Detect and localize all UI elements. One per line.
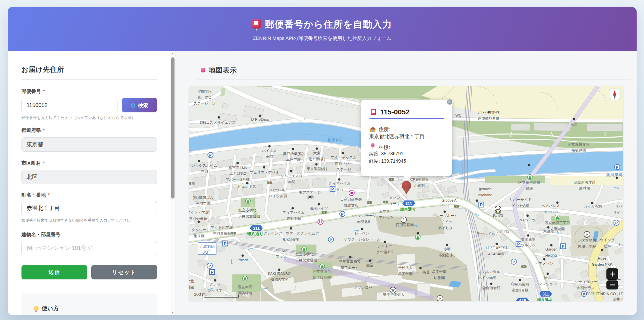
svg-text:(株)興国ゴム: (株)興国ゴム bbox=[193, 196, 213, 200]
svg-text:文: 文 bbox=[391, 288, 395, 292]
svg-text:P: P bbox=[517, 242, 520, 247]
svg-text:区立赤羽台: 区立赤羽台 bbox=[313, 269, 331, 273]
svg-text:LEXE AZEST: LEXE AZEST bbox=[486, 246, 508, 250]
svg-text:赤羽壱番館: 赤羽壱番館 bbox=[189, 216, 207, 220]
svg-text:リバーサイド: リバーサイド bbox=[509, 198, 532, 202]
svg-text:Garden NKK: Garden NKK bbox=[592, 262, 612, 266]
svg-text:CREVISTA: CREVISTA bbox=[410, 177, 428, 181]
svg-text:二丁目児童遊園: 二丁目児童遊園 bbox=[235, 214, 260, 218]
svg-text:番館: 番館 bbox=[189, 285, 194, 289]
svg-text:日産部品中央: 日産部品中央 bbox=[340, 197, 362, 201]
svg-text:レーベン: レーベン bbox=[355, 231, 369, 235]
svg-text:モアステージ: モアステージ bbox=[299, 190, 321, 194]
svg-text:コンチネンタル: コンチネンタル bbox=[474, 270, 500, 274]
svg-text:P: P bbox=[209, 153, 211, 157]
svg-text:311: 311 bbox=[405, 201, 412, 206]
svg-text:ディアハイム: ディアハイム bbox=[329, 181, 351, 185]
svg-text:genovia: genovia bbox=[479, 187, 492, 191]
svg-text:区立新河岸川: 区立新河岸川 bbox=[574, 180, 596, 184]
svg-text:(株)コスメサイエンス: (株)コスメサイエンス bbox=[200, 120, 236, 124]
svg-text:フェリア・アサミ: フェリア・アサミ bbox=[250, 170, 279, 174]
svg-text:北赤羽: 北赤羽 bbox=[413, 183, 425, 188]
svg-text:グラン: グラン bbox=[209, 282, 220, 286]
svg-text:清水ハイツ: 清水ハイツ bbox=[310, 206, 328, 210]
svg-text:Rose: Rose bbox=[598, 256, 606, 260]
svg-text:P: P bbox=[480, 203, 483, 207]
svg-text:ビエントス: ビエントス bbox=[238, 184, 256, 189]
svg-text:シャトー: シャトー bbox=[378, 244, 392, 248]
svg-text:真頂院墓地: 真頂院墓地 bbox=[396, 223, 414, 227]
svg-text:赤羽3: 赤羽3 bbox=[499, 229, 509, 233]
svg-text:アクトピア北: アクトピア北 bbox=[189, 210, 209, 214]
svg-text:赤羽: 赤羽 bbox=[288, 180, 295, 184]
svg-text:ハイツ赤羽: ハイツ赤羽 bbox=[478, 276, 497, 280]
svg-text:ローレル: ローレル bbox=[270, 188, 285, 192]
svg-text:星美学園短大: 星美学園短大 bbox=[383, 292, 405, 297]
svg-text:一丁目児童遊園: 一丁目児童遊園 bbox=[292, 258, 317, 262]
svg-text:メゾンロゼ: メゾンロゼ bbox=[354, 285, 372, 289]
svg-text:袋自治会館: 袋自治会館 bbox=[482, 286, 500, 290]
svg-text:ペアパレス: ペアパレス bbox=[541, 204, 560, 208]
svg-text:P: P bbox=[512, 260, 515, 264]
svg-text:リヴァーレセレドール: リヴァーレセレドール bbox=[344, 237, 381, 241]
svg-text:環八通り: 環八通り bbox=[247, 231, 263, 236]
svg-text:AKABANE: AKABANE bbox=[488, 252, 505, 256]
svg-text:イワセA棟: イワセA棟 bbox=[512, 204, 529, 208]
svg-text:ディアハイム: ディアハイム bbox=[283, 210, 305, 214]
svg-text:ピアメゾン: ピアメゾン bbox=[535, 261, 553, 265]
svg-text:新河岸川: 新河岸川 bbox=[606, 172, 622, 177]
svg-text:赤羽参番館: 赤羽参番館 bbox=[213, 231, 231, 235]
svg-text:ウイング: ウイング bbox=[600, 238, 615, 242]
svg-text:骨院: 骨院 bbox=[189, 181, 195, 185]
svg-text:ノール・: ノール・ bbox=[274, 248, 289, 252]
svg-text:クレイシア・ヴァースクレイシア: クレイシア・ヴァースクレイシア bbox=[263, 231, 319, 235]
svg-text:真頂院: 真頂院 bbox=[493, 213, 504, 217]
svg-text:岩瀬小学校: 岩瀬小学校 bbox=[578, 245, 596, 249]
svg-text:ハイツ赤羽: ハイツ赤羽 bbox=[268, 194, 287, 198]
svg-text:赤羽: 赤羽 bbox=[306, 195, 314, 199]
svg-text:星美ホーム: 星美ホーム bbox=[341, 266, 359, 270]
svg-text:サイド源: サイド源 bbox=[613, 210, 623, 214]
svg-text:文: 文 bbox=[438, 297, 442, 301]
svg-text:星美学園: 星美学園 bbox=[398, 272, 412, 276]
svg-text:赤羽: 赤羽 bbox=[336, 187, 343, 191]
svg-text:興亜紙業(株): 興亜紙業(株) bbox=[283, 152, 303, 156]
svg-text:北赤羽駅: 北赤羽駅 bbox=[199, 245, 215, 249]
svg-text:P: P bbox=[331, 187, 334, 192]
svg-text:Garden: Garden bbox=[545, 247, 557, 251]
svg-text:445: 445 bbox=[519, 299, 526, 301]
svg-text:akabane: akabane bbox=[544, 210, 557, 214]
svg-text:二丁目第2: 二丁目第2 bbox=[229, 171, 246, 175]
svg-text:入口: 入口 bbox=[203, 250, 211, 254]
svg-text:東山赤羽: 東山赤羽 bbox=[521, 237, 535, 242]
svg-text:P: P bbox=[341, 212, 343, 216]
svg-text:都営赤羽北: 都営赤羽北 bbox=[229, 165, 247, 169]
svg-text:区立荒川赤羽: 区立荒川赤羽 bbox=[568, 142, 590, 146]
svg-text:NTハイツ: NTハイツ bbox=[519, 218, 536, 222]
svg-text:アセッツ: アセッツ bbox=[379, 215, 394, 219]
svg-text:P: P bbox=[615, 221, 617, 225]
svg-text:フラッツ: フラッツ bbox=[521, 244, 536, 248]
svg-text:ブラン: ブラン bbox=[276, 254, 287, 258]
svg-text:浮間地区: 浮間地区 bbox=[197, 89, 212, 93]
svg-text:川: 川 bbox=[189, 149, 193, 154]
svg-text:荒川防災: 荒川防災 bbox=[197, 95, 212, 99]
svg-text:東京製管(株): 東京製管(株) bbox=[306, 167, 327, 171]
svg-text:新河岸川: 新河岸川 bbox=[328, 138, 344, 143]
svg-text:宿舎3号棟: 宿舎3号棟 bbox=[512, 288, 528, 292]
svg-text:WC: WC bbox=[571, 123, 577, 127]
svg-text:ラウレドルチ: ラウレドルチ bbox=[477, 232, 499, 236]
svg-text:タクシー: タクシー bbox=[192, 228, 206, 232]
svg-text:岩井: 岩井 bbox=[544, 276, 551, 280]
svg-text:レックスハイム: レックスハイム bbox=[191, 163, 217, 167]
svg-text:SAKURANBO: SAKURANBO bbox=[268, 272, 291, 276]
svg-text:連盟備品倉庫: 連盟備品倉庫 bbox=[478, 116, 500, 120]
svg-text:IDZ北赤羽: IDZ北赤羽 bbox=[283, 237, 300, 241]
svg-text:ソルフェスタ: ソルフェスタ bbox=[281, 174, 303, 178]
svg-text:ステーション: ステーション bbox=[194, 101, 216, 105]
svg-text:メゾン: メゾン bbox=[389, 196, 400, 200]
svg-text:1: 1 bbox=[403, 218, 405, 222]
svg-text:akabane: akabane bbox=[478, 193, 492, 197]
svg-text:NURSERY: NURSERY bbox=[270, 278, 288, 282]
svg-text:卍: 卍 bbox=[496, 207, 500, 211]
